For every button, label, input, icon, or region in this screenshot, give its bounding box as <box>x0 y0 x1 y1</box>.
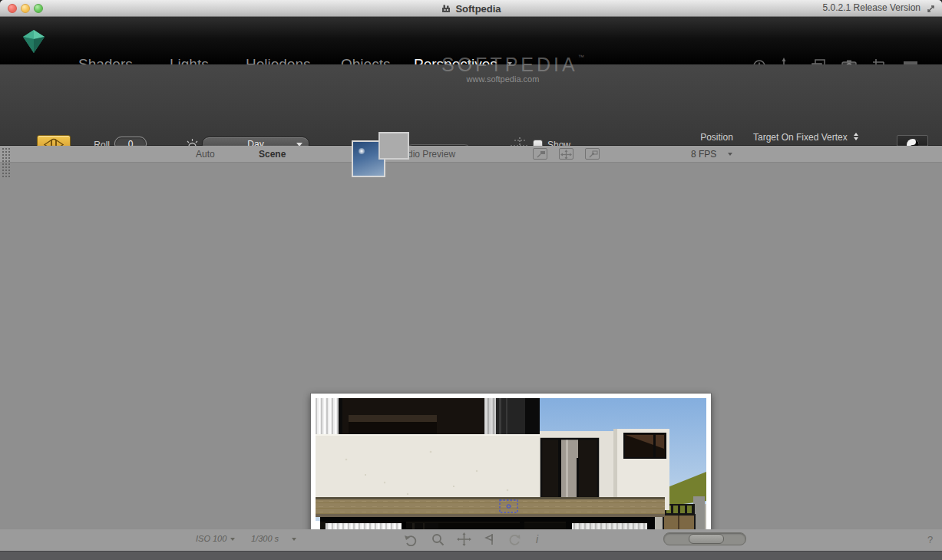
target-mode-stepper[interactable] <box>854 133 858 140</box>
panel-resize-grip[interactable] <box>2 147 11 178</box>
preview-scrollbar[interactable] <box>663 532 746 545</box>
iso-value[interactable]: ISO 100 <box>196 534 226 543</box>
camera-toolbar: ISO 100 1/300 s <box>0 529 942 551</box>
target-header: Target On Fixed Vertex <box>753 132 848 143</box>
info-icon[interactable]: i <box>534 532 541 546</box>
svg-text:i: i <box>536 533 539 545</box>
bottom-strip <box>0 551 942 560</box>
perspectives-inspector: Roll 0 Focal in mm 50 Realtime Radio Pre… <box>0 64 942 146</box>
preview-scrollbar-handle[interactable] <box>689 534 724 544</box>
title-bar: Softpedia 5.0.2.1 Release Version <box>0 0 942 17</box>
shutter-dropdown-icon[interactable] <box>292 538 296 541</box>
scene-label[interactable]: Scene <box>259 146 286 163</box>
refresh-icon[interactable] <box>507 532 521 546</box>
artlantis-logo <box>19 29 48 54</box>
auto-label: Auto <box>196 146 215 163</box>
fps-dropdown-icon[interactable] <box>728 153 732 156</box>
fit-enlarge-icon[interactable] <box>585 148 600 160</box>
iso-dropdown-icon[interactable] <box>230 538 235 541</box>
position-header: Position <box>680 132 753 143</box>
resize-window-icon[interactable] <box>926 4 936 14</box>
insertion-thumbnail[interactable] <box>378 132 409 160</box>
viewport[interactable] <box>0 163 942 529</box>
pan-icon[interactable] <box>457 532 471 546</box>
fit-expand-all-icon[interactable] <box>559 148 573 160</box>
undo-icon[interactable] <box>404 532 418 546</box>
application-window: Softpedia 5.0.2.1 Release Version Shader… <box>0 0 942 560</box>
render-flag-icon[interactable] <box>484 532 495 546</box>
shutter-value[interactable]: 1/300 s <box>251 534 279 543</box>
fps-value[interactable]: 8 FPS <box>691 146 716 163</box>
softpedia-app-icon <box>441 3 451 14</box>
main-toolbar: Shaders Lights Heliodons Objects Perspec… <box>0 17 942 64</box>
window-title: Softpedia <box>455 3 501 15</box>
magnifier-icon[interactable] <box>431 532 445 546</box>
version-label: 5.0.2.1 Release Version <box>823 2 921 13</box>
preview-toolbar: Auto Scene Realtime Radio Preview 8 FP <box>0 146 942 163</box>
fit-reduce-icon[interactable] <box>533 148 547 160</box>
help-bottom-link[interactable]: ? <box>927 534 933 545</box>
